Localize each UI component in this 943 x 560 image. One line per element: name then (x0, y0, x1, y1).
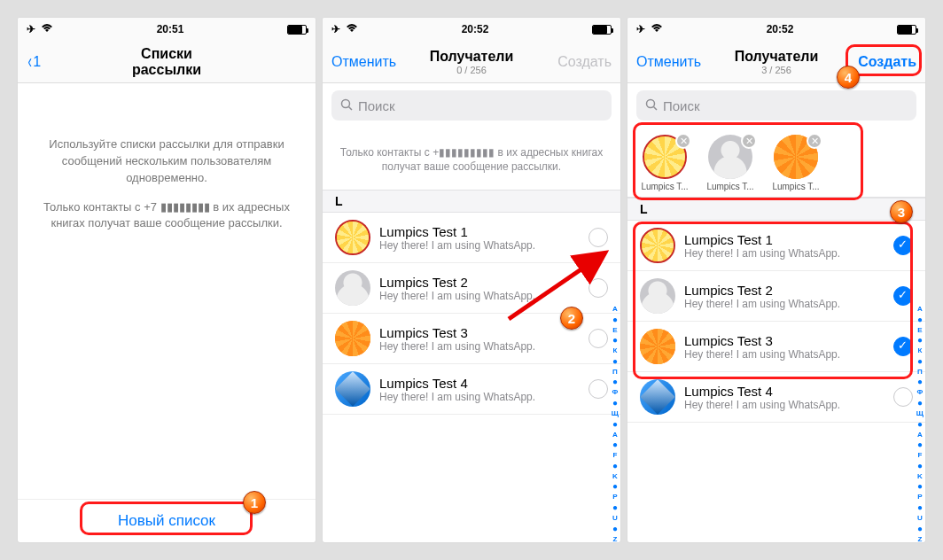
clock: 20:51 (157, 23, 184, 35)
contact-status: Hey there! I am using WhatsApp. (379, 340, 580, 353)
search-input[interactable]: Поиск (636, 90, 916, 121)
index-letter[interactable]: ● (917, 315, 923, 325)
contact-status: Hey there! I am using WhatsApp. (379, 391, 580, 403)
callout-4: 4 (837, 66, 860, 89)
index-letter[interactable]: ● (612, 461, 618, 471)
contact-name: Lumpics Test 1 (379, 224, 580, 239)
index-letter[interactable]: ● (612, 481, 618, 492)
nav-bar: ‹1 Списки рассылки (18, 41, 316, 83)
avatar (335, 270, 370, 306)
index-letter[interactable]: ● (612, 335, 618, 346)
index-letter[interactable]: К (917, 346, 922, 355)
index-letter[interactable]: K (917, 472, 923, 481)
search-icon (645, 98, 658, 113)
index-letter[interactable]: A (917, 431, 923, 439)
index-letter[interactable]: Z (917, 535, 922, 542)
search-input[interactable]: Поиск (331, 90, 612, 121)
index-bar[interactable]: А●Е●К●П●Ф●Щ●A●F●K●P●U●Z# (612, 305, 619, 542)
page-title: Получатели (735, 49, 819, 65)
index-letter[interactable]: P (917, 493, 922, 502)
cancel-button[interactable]: Отменить (331, 54, 411, 70)
index-letter[interactable]: ● (917, 419, 923, 430)
index-letter[interactable]: К (612, 346, 617, 355)
index-letter[interactable]: ● (917, 398, 923, 408)
svg-line-5 (654, 106, 658, 110)
svg-line-3 (509, 255, 602, 319)
index-letter[interactable]: Щ (916, 409, 924, 418)
screen-recipients-selected: ✈ 20:52 Отменить Получатели 3 / 256 Созд… (627, 18, 925, 542)
airplane-icon: ✈ (27, 23, 35, 35)
avatar (640, 379, 675, 415)
index-letter[interactable]: ● (917, 356, 923, 367)
index-letter[interactable]: ● (917, 524, 923, 534)
intro-text: Используйте списки рассылки для отправки… (18, 83, 316, 298)
index-letter[interactable]: Ф (917, 388, 924, 397)
index-letter[interactable]: Е (917, 326, 922, 335)
index-letter[interactable]: ● (612, 524, 618, 534)
wifi-icon (651, 23, 663, 35)
index-letter[interactable]: А (917, 305, 923, 314)
clock: 20:52 (462, 23, 489, 35)
index-letter[interactable]: F (917, 451, 922, 460)
section-header: L (323, 190, 620, 213)
index-letter[interactable]: K (612, 472, 618, 481)
index-letter[interactable]: П (917, 368, 923, 377)
avatar (335, 220, 370, 255)
search-icon (340, 98, 353, 113)
index-letter[interactable]: ● (917, 461, 923, 471)
nav-bar: Отменить Получатели 0 / 256 Создать (323, 41, 620, 83)
callout-3: 3 (890, 200, 913, 223)
index-letter[interactable]: A (612, 431, 618, 439)
search-placeholder: Поиск (663, 98, 700, 113)
index-letter[interactable]: ● (612, 377, 618, 387)
create-button: Создать (532, 54, 612, 70)
status-bar: ✈ 20:52 (627, 18, 925, 41)
page-title: Списки рассылки (105, 46, 228, 78)
airplane-icon: ✈ (636, 23, 645, 35)
index-letter[interactable]: ● (917, 502, 923, 513)
index-letter[interactable]: P (612, 493, 617, 502)
index-letter[interactable]: ● (612, 398, 618, 408)
info-text: Только контакты с +▮▮▮▮▮▮▮▮▮ в их адресн… (323, 128, 620, 190)
index-letter[interactable]: Ф (612, 388, 619, 397)
contact-row[interactable]: Lumpics Test 4Hey there! I am using What… (627, 372, 925, 423)
recipient-count: 3 / 256 (735, 65, 819, 75)
checkbox[interactable] (588, 329, 608, 348)
index-letter[interactable]: U (917, 514, 923, 523)
page-title: Получатели (430, 49, 514, 65)
back-button[interactable]: ‹1 (27, 51, 105, 74)
wifi-icon (41, 23, 53, 35)
status-bar: ✈ 20:51 (18, 18, 316, 41)
index-letter[interactable]: ● (612, 502, 618, 513)
index-letter[interactable]: Щ (612, 409, 619, 418)
index-letter[interactable]: ● (917, 481, 923, 492)
wifi-icon (346, 23, 358, 35)
clock: 20:52 (767, 23, 794, 35)
index-letter[interactable]: U (612, 514, 618, 523)
chevron-left-icon: ‹ (27, 51, 31, 74)
avatar (335, 321, 370, 356)
index-letter[interactable]: ● (612, 419, 618, 430)
index-letter[interactable]: ● (917, 439, 923, 450)
index-letter[interactable]: ● (917, 335, 923, 346)
svg-point-0 (342, 99, 350, 107)
checkbox[interactable] (588, 379, 608, 399)
highlight-list (633, 222, 913, 379)
screen-broadcast-lists: ✈ 20:51 ‹1 Списки рассылки Используйте с… (18, 18, 316, 542)
index-letter[interactable]: ● (917, 377, 923, 387)
section-header: L (627, 198, 925, 221)
index-letter[interactable]: ● (612, 356, 618, 367)
battery-icon (287, 25, 307, 35)
screen-recipients-empty: ✈ 20:52 Отменить Получатели 0 / 256 Созд… (323, 18, 620, 542)
callout-2: 2 (560, 307, 583, 330)
cancel-button[interactable]: Отменить (636, 54, 716, 70)
index-bar[interactable]: А●Е●К●П●Ф●Щ●A●F●K●P●U●Z# (916, 305, 924, 542)
index-letter[interactable]: ● (612, 439, 618, 450)
index-letter[interactable]: Z (612, 535, 617, 542)
index-letter[interactable]: F (612, 451, 617, 460)
status-bar: ✈ 20:52 (323, 18, 620, 41)
contact-row[interactable]: Lumpics Test 4Hey there! I am using What… (323, 364, 620, 415)
index-letter[interactable]: П (612, 368, 618, 377)
recipient-count: 0 / 256 (430, 65, 514, 75)
checkbox[interactable] (893, 387, 913, 407)
